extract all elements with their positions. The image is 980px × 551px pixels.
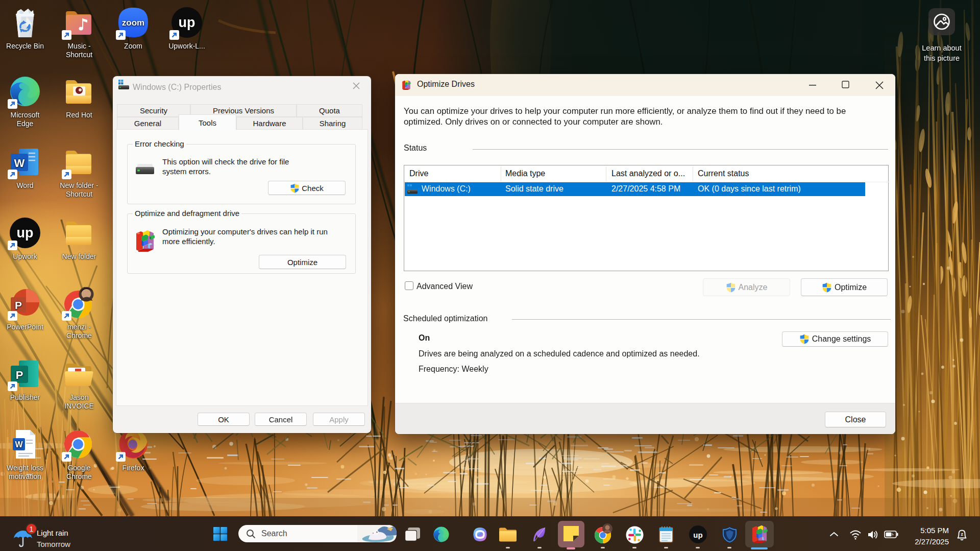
svg-text:up: up [17,225,34,241]
svg-text:up: up [179,15,195,30]
svg-text:z: z [961,532,963,537]
svg-text:W: W [14,157,25,170]
svg-text:W: W [15,440,23,449]
svg-text:zoom: zoom [122,18,144,28]
svg-text:P: P [15,299,22,311]
svg-text:up: up [693,531,702,539]
svg-text:P: P [16,369,23,381]
